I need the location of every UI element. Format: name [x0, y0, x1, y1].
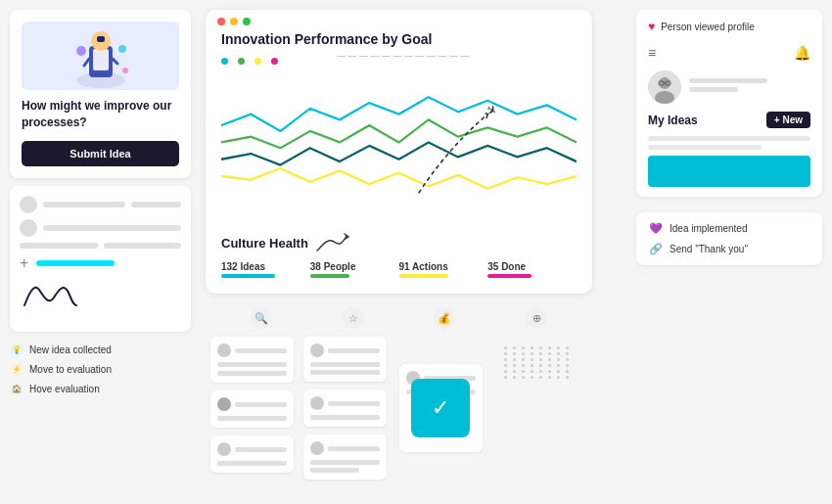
notification-text: New idea collected	[29, 344, 112, 355]
toolbar: ≡ 🔔	[648, 41, 810, 65]
user-avatar	[648, 70, 681, 104]
svg-rect-4	[97, 36, 105, 42]
culture-health-section: Culture Health	[206, 227, 592, 255]
username-line	[689, 78, 767, 83]
list-item	[20, 219, 181, 237]
submit-idea-button[interactable]: Submit Idea	[22, 141, 179, 166]
svg-point-9	[122, 68, 128, 73]
text-line	[328, 401, 380, 406]
notif-idea-implemented: 💜 Idea implemented	[648, 222, 810, 235]
avatar	[20, 196, 37, 213]
window-minimize-dot[interactable]	[230, 18, 238, 25]
window-maximize-dot[interactable]	[243, 18, 251, 25]
text-line	[310, 415, 380, 420]
card-row	[310, 396, 380, 410]
idea-list-card: +	[10, 186, 191, 332]
left-panel: How might we improve our processes? Subm…	[10, 10, 191, 396]
card-row	[217, 344, 287, 357]
notification-item-evaluation: ⚡ Move to evaluation	[10, 363, 191, 377]
window-close-dot[interactable]	[217, 18, 225, 25]
bell-icon[interactable]: 🔔	[794, 45, 810, 61]
profile-viewed-row: ♥ Person viewed profile	[648, 20, 810, 33]
star-icon[interactable]: ☆	[343, 307, 364, 329]
evaluation-icon: ⚡	[10, 363, 23, 377]
idea-lines	[648, 136, 810, 150]
avatar	[217, 442, 231, 456]
stat-bar-people	[310, 274, 349, 278]
user-info	[689, 78, 810, 96]
list-line-short	[131, 202, 181, 207]
list-item	[20, 243, 181, 249]
stat-bar-ideas	[221, 274, 275, 278]
chart-panel: Innovation Performance by Goal — — — — —…	[206, 10, 592, 294]
svg-point-7	[76, 46, 86, 56]
text-line	[217, 416, 287, 421]
my-ideas-label: My Ideas	[648, 114, 698, 127]
implemented-icon: 💜	[648, 222, 664, 235]
list-line	[20, 243, 98, 249]
stat-actions: 91 Actions	[399, 261, 488, 278]
stat-done: 35 Done	[487, 261, 577, 278]
svg-line-5	[84, 59, 89, 66]
notification-item-hove: 🏠 Hove evaluation	[10, 383, 191, 396]
squiggle-decoration	[20, 278, 181, 316]
stat-ideas-value: 132 Ideas	[221, 261, 265, 272]
dot-grid	[494, 337, 581, 389]
stat-ideas: 132 Ideas	[221, 261, 310, 278]
search-icon[interactable]: 🔍	[251, 307, 272, 329]
legend-dot-yellow	[254, 58, 261, 65]
heart-icon: ♥	[648, 20, 655, 33]
menu-icon[interactable]: ≡	[648, 45, 656, 61]
add-icon[interactable]: +	[20, 254, 28, 272]
culture-arrow-icon	[312, 231, 351, 255]
bottom-middle-section: 🔍 ☆ 💰 ⊕	[206, 303, 592, 494]
notif-thank-you: 🔗 Send "Thank you"	[648, 243, 810, 255]
selected-card-checkmark[interactable]: ✓	[411, 379, 470, 437]
money-icon[interactable]: 💰	[434, 307, 455, 329]
notif-thank-you-label: Send "Thank you"	[670, 244, 748, 254]
profile-viewed-label: Person viewed profile	[661, 22, 755, 32]
avatar	[310, 441, 324, 455]
stat-actions-value: 91 Actions	[399, 261, 448, 272]
legend-dot-green	[238, 58, 245, 65]
hove-icon: 🏠	[10, 383, 23, 396]
cyan-highlight-block	[648, 156, 810, 187]
my-ideas-row: My Ideas + New	[648, 112, 810, 128]
notification-text: Move to evaluation	[29, 364, 112, 375]
text-line	[328, 348, 380, 353]
idea-mini-card	[210, 337, 294, 383]
idea-mini-card	[210, 435, 294, 473]
checkmark-icon: ✓	[432, 395, 449, 421]
cyan-progress-bar	[36, 260, 115, 266]
card-row	[217, 442, 287, 456]
card-row	[310, 344, 380, 357]
list-line	[43, 202, 125, 207]
featured-card-area: ✓	[399, 364, 483, 452]
text-line	[310, 460, 380, 465]
chart-area: ✈	[206, 80, 592, 227]
notification-list: 💡 New idea collected ⚡ Move to evaluatio…	[10, 344, 191, 396]
stat-people: 38 People	[310, 261, 399, 278]
text-line	[310, 362, 380, 367]
svg-line-6	[113, 59, 117, 64]
user-role-line	[689, 87, 738, 92]
add-circle-icon[interactable]: ⊕	[526, 307, 547, 329]
notification-text: Hove evaluation	[29, 384, 100, 394]
dot-pattern-decoration	[494, 337, 581, 480]
ideas-grid: ✓	[206, 337, 592, 480]
list-line	[104, 243, 182, 249]
new-idea-button[interactable]: + New	[766, 112, 810, 128]
idea-question: How might we improve our processes?	[22, 98, 179, 131]
add-row: +	[20, 254, 181, 272]
text-line	[235, 348, 287, 353]
list-line	[43, 225, 181, 231]
idea-line-short	[648, 145, 762, 150]
svg-point-8	[118, 45, 126, 53]
stat-bar-actions	[399, 274, 448, 278]
card-row	[217, 397, 287, 411]
text-line	[310, 468, 359, 473]
card-row	[310, 441, 380, 455]
thank-you-icon: 🔗	[648, 243, 664, 255]
chart-legend: — — — — — — — — — — — —	[221, 51, 577, 69]
illustration	[22, 22, 179, 90]
